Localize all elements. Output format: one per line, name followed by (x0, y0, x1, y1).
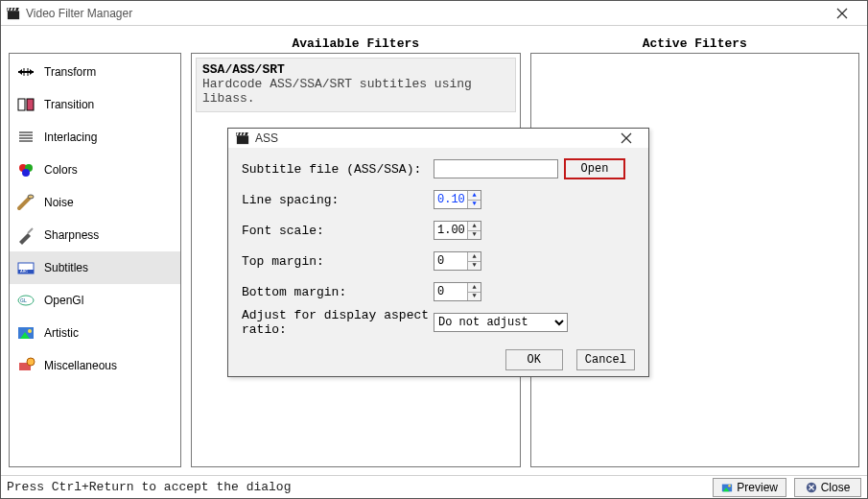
sidebar-item-colors[interactable]: Colors (10, 154, 180, 186)
subtitle-file-input[interactable] (434, 159, 558, 178)
ok-label: OK (528, 353, 541, 367)
close-icon (621, 132, 632, 144)
bottom-margin-input[interactable] (434, 283, 467, 300)
open-label: Open (581, 162, 609, 176)
status-hint: Press Ctrl+Return to accept the dialog (7, 480, 705, 494)
svg-text:ABC: ABC (20, 269, 28, 273)
spin-down-icon[interactable]: ▼ (468, 230, 481, 240)
category-list: Transform Transition Interlacing (9, 53, 181, 467)
sidebar-item-transform[interactable]: Transform (10, 56, 180, 88)
close-label: Close (821, 481, 851, 494)
font-scale-input[interactable] (434, 222, 467, 239)
line-spacing-spinner[interactable]: ▲▼ (434, 190, 481, 209)
close-button[interactable]: Close (794, 478, 861, 497)
sidebar-item-label: Noise (44, 196, 74, 209)
aspect-ratio-select[interactable]: Do not adjust (434, 313, 568, 332)
video-filter-manager-window: Video Filter Manager Transform (0, 0, 868, 499)
open-button[interactable]: Open (564, 158, 625, 179)
svg-point-29 (28, 329, 32, 333)
preview-button[interactable]: Preview (713, 478, 786, 497)
sidebar-item-transition[interactable]: Transition (10, 88, 180, 121)
window-close-button[interactable] (823, 1, 861, 25)
row-line-spacing: Line spacing: ▲▼ (242, 188, 635, 211)
preview-icon (721, 482, 733, 493)
spin-down-icon[interactable]: ▼ (468, 261, 481, 271)
window-title: Video Filter Manager (26, 7, 132, 20)
svg-rect-12 (18, 99, 25, 110)
category-sidebar: Transform Transition Interlacing (9, 34, 181, 467)
dialog-title: ASS (255, 131, 278, 145)
colors-icon (15, 159, 36, 180)
svg-point-31 (27, 358, 35, 366)
subtitle-file-label: Subtitle file (ASS/SSA): (242, 162, 434, 177)
window-titlebar: Video Filter Manager (1, 1, 867, 26)
dialog-close-button[interactable] (612, 129, 641, 148)
noise-icon (15, 192, 36, 213)
ok-button[interactable]: OK (505, 349, 563, 370)
sidebar-item-subtitles[interactable]: ABC Subtitles (10, 251, 180, 284)
svg-marker-9 (30, 69, 34, 75)
svg-rect-13 (27, 99, 34, 110)
svg-point-20 (22, 169, 30, 177)
line-spacing-input[interactable] (434, 191, 467, 208)
font-scale-label: Font scale: (242, 224, 434, 238)
row-font-scale: Font scale: ▲▼ (242, 219, 635, 242)
spin-up-icon[interactable]: ▲ (468, 283, 481, 292)
spin-up-icon[interactable]: ▲ (468, 252, 481, 261)
clapperboard-icon (236, 131, 249, 145)
row-aspect-ratio: Adjust for display aspect ratio: Do not … (242, 311, 635, 334)
ass-settings-dialog: ASS Subtitle file (ASS/SSA): Open Line s… (227, 128, 649, 377)
sidebar-item-sharpness[interactable]: Sharpness (10, 219, 180, 251)
clapperboard-icon (7, 7, 20, 20)
sidebar-item-label: Colors (44, 163, 78, 177)
available-filters-header: Available Filters (191, 34, 521, 53)
filter-description: Hardcode ASS/SSA/SRT subtitles using lib… (202, 77, 509, 106)
sidebar-item-artistic[interactable]: Artistic (10, 317, 180, 349)
svg-rect-1 (8, 11, 19, 19)
transform-icon (15, 61, 36, 83)
spin-down-icon[interactable]: ▼ (468, 200, 481, 209)
cancel-button[interactable]: Cancel (576, 349, 635, 370)
svg-text:GL: GL (20, 297, 27, 303)
bottom-margin-spinner[interactable]: ▲▼ (434, 282, 481, 301)
sidebar-item-interlacing[interactable]: Interlacing (10, 121, 180, 154)
spin-down-icon[interactable]: ▼ (468, 292, 481, 301)
opengl-icon: GL (15, 290, 36, 311)
sidebar-item-label: Interlacing (44, 131, 97, 144)
top-margin-spinner[interactable]: ▲▼ (434, 251, 481, 271)
line-spacing-label: Line spacing: (242, 193, 434, 207)
row-bottom-margin: Bottom margin: ▲▼ (242, 280, 635, 303)
transition-icon (15, 94, 36, 115)
svg-marker-8 (18, 69, 22, 75)
sidebar-item-noise[interactable]: Noise (10, 186, 180, 219)
miscellaneous-icon (15, 355, 36, 376)
aspect-ratio-label: Adjust for display aspect ratio: (242, 308, 434, 337)
spin-up-icon[interactable]: ▲ (468, 222, 481, 230)
sidebar-item-label: Sharpness (44, 228, 99, 242)
close-circle-icon (806, 482, 817, 493)
filter-item-ssa-ass-srt[interactable]: SSA/ASS/SRT Hardcode ASS/SSA/SRT subtitl… (196, 58, 516, 112)
active-filters-header: Active Filters (530, 34, 860, 53)
sidebar-item-label: Miscellaneous (44, 359, 117, 372)
close-icon (836, 8, 848, 19)
top-margin-label: Top margin: (242, 254, 434, 269)
sharpness-icon (15, 225, 36, 246)
cancel-label: Cancel (585, 353, 626, 367)
svg-point-21 (28, 195, 34, 199)
spin-up-icon[interactable]: ▲ (468, 191, 481, 200)
sidebar-item-opengl[interactable]: GL OpenGl (10, 284, 180, 317)
subtitles-icon: ABC (15, 257, 36, 278)
interlacing-icon (15, 127, 36, 148)
font-scale-spinner[interactable]: ▲▼ (434, 221, 481, 240)
preview-label: Preview (737, 481, 778, 494)
filter-name: SSA/ASS/SRT (202, 62, 509, 77)
dialog-button-row: OK Cancel (242, 342, 635, 370)
dialog-body: Subtitle file (ASS/SSA): Open Line spaci… (228, 148, 648, 376)
sidebar-item-miscellaneous[interactable]: Miscellaneous (10, 349, 180, 382)
row-top-margin: Top margin: ▲▼ (242, 250, 635, 273)
svg-rect-39 (237, 135, 248, 144)
top-margin-input[interactable] (434, 252, 467, 270)
bottom-margin-label: Bottom margin: (242, 285, 434, 299)
status-bar: Press Ctrl+Return to accept the dialog P… (1, 475, 867, 498)
sidebar-item-label: Transition (44, 98, 94, 111)
